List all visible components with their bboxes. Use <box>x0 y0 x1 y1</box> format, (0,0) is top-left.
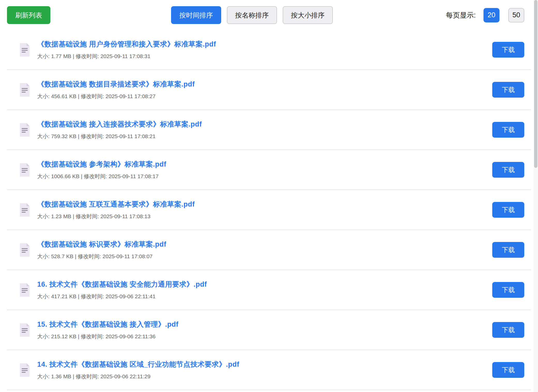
file-meta: 大小: 1.23 MB | 修改时间: 2025-09-11 17:08:13 <box>37 213 492 220</box>
page-size-label: 每页显示: <box>446 11 476 20</box>
file-name-link[interactable]: 15. 技术文件《数据基础设施 接入管理》.pdf <box>37 320 179 329</box>
download-button[interactable]: 下载 <box>492 42 524 58</box>
file-name-link[interactable]: 《数据基础设施 标识要求》标准草案.pdf <box>37 240 166 249</box>
scrollbar-thumb[interactable] <box>534 0 537 168</box>
file-info: 15. 技术文件《数据基础设施 接入管理》.pdf 大小: 215.12 KB … <box>37 320 492 340</box>
file-name-link[interactable]: 《数据基础设施 用户身份管理和接入要求》标准草案.pdf <box>37 40 216 49</box>
sort-button-group: 按时间排序 按名称排序 按大小排序 <box>171 6 333 24</box>
download-button[interactable]: 下载 <box>492 322 524 338</box>
file-row: 《数据基础设施 参考架构》标准草案.pdf 大小: 1006.66 KB | 修… <box>7 150 531 190</box>
file-info: 《数据基础设施 标识要求》标准草案.pdf 大小: 528.7 KB | 修改时… <box>37 240 492 260</box>
file-meta: 大小: 417.21 KB | 修改时间: 2025-09-06 22:11:4… <box>37 293 492 300</box>
document-icon <box>19 163 30 177</box>
document-icon <box>19 83 30 97</box>
file-name-link[interactable]: 《数据基础设施 互联互通基本要求》标准草案.pdf <box>37 200 195 209</box>
document-icon <box>19 203 30 217</box>
file-manager-page: 刷新列表 按时间排序 按名称排序 按大小排序 每页显示: 20 50 《数据基础… <box>0 0 538 392</box>
sort-by-name-button[interactable]: 按名称排序 <box>227 6 277 24</box>
file-info: 16. 技术文件《数据基础设施 安全能力通用要求》.pdf 大小: 417.21… <box>37 280 492 300</box>
file-name-link[interactable]: 14. 技术文件《数据基础设施 区域_行业功能节点技术要求》.pdf <box>37 360 239 369</box>
document-icon <box>19 363 30 377</box>
file-name-link[interactable]: 《数据基础设施 数据目录描述要求》标准草案.pdf <box>37 80 195 89</box>
page-size-50-button[interactable]: 50 <box>508 8 524 22</box>
file-row: 《数据基础设施 数据目录描述要求》标准草案.pdf 大小: 456.61 KB … <box>7 70 531 110</box>
file-meta: 大小: 1.77 MB | 修改时间: 2025-09-11 17:08:31 <box>37 53 492 60</box>
file-row: 16. 技术文件《数据基础设施 安全能力通用要求》.pdf 大小: 417.21… <box>7 270 531 310</box>
document-icon <box>19 283 30 297</box>
file-info: 14. 技术文件《数据基础设施 区域_行业功能节点技术要求》.pdf 大小: 1… <box>37 360 492 380</box>
download-button[interactable]: 下载 <box>492 242 524 258</box>
file-name-link[interactable]: 《数据基础设施 接入连接器技术要求》标准草案.pdf <box>37 120 202 129</box>
document-icon <box>19 243 30 257</box>
file-row: 《数据基础设施 用户身份管理和接入要求》标准草案.pdf 大小: 1.77 MB… <box>7 30 531 70</box>
page-size-20-button[interactable]: 20 <box>483 8 499 22</box>
download-button[interactable]: 下载 <box>492 202 524 218</box>
page-size-control: 每页显示: 20 50 <box>446 6 524 24</box>
file-meta: 大小: 1006.66 KB | 修改时间: 2025-09-11 17:08:… <box>37 173 492 180</box>
file-info: 《数据基础设施 互联互通基本要求》标准草案.pdf 大小: 1.23 MB | … <box>37 200 492 220</box>
file-row: 15. 技术文件《数据基础设施 接入管理》.pdf 大小: 215.12 KB … <box>7 310 531 350</box>
toolbar: 刷新列表 按时间排序 按名称排序 按大小排序 每页显示: 20 50 <box>0 0 538 30</box>
file-name-link[interactable]: 16. 技术文件《数据基础设施 安全能力通用要求》.pdf <box>37 280 207 289</box>
document-icon <box>19 43 30 57</box>
download-button[interactable]: 下载 <box>492 82 524 98</box>
file-row: 《数据基础设施 标识要求》标准草案.pdf 大小: 528.7 KB | 修改时… <box>7 230 531 270</box>
download-button[interactable]: 下载 <box>492 362 524 378</box>
refresh-list-button[interactable]: 刷新列表 <box>7 6 50 24</box>
download-button[interactable]: 下载 <box>492 162 524 178</box>
file-info: 《数据基础设施 数据目录描述要求》标准草案.pdf 大小: 456.61 KB … <box>37 80 492 100</box>
file-meta: 大小: 528.7 KB | 修改时间: 2025-09-11 17:08:07 <box>37 253 492 260</box>
file-info: 《数据基础设施 用户身份管理和接入要求》标准草案.pdf 大小: 1.77 MB… <box>37 40 492 60</box>
file-row: 14. 技术文件《数据基础设施 区域_行业功能节点技术要求》.pdf 大小: 1… <box>7 350 531 390</box>
file-list: 《数据基础设施 用户身份管理和接入要求》标准草案.pdf 大小: 1.77 MB… <box>7 30 531 390</box>
document-icon <box>19 123 30 137</box>
file-meta: 大小: 456.61 KB | 修改时间: 2025-09-11 17:08:2… <box>37 93 492 100</box>
document-icon <box>19 323 30 337</box>
download-button[interactable]: 下载 <box>492 282 524 298</box>
scrollbar[interactable] <box>534 0 538 392</box>
sort-by-time-button[interactable]: 按时间排序 <box>171 6 221 24</box>
sort-by-size-button[interactable]: 按大小排序 <box>283 6 333 24</box>
file-row: 《数据基础设施 接入连接器技术要求》标准草案.pdf 大小: 759.32 KB… <box>7 110 531 150</box>
file-meta: 大小: 215.12 KB | 修改时间: 2025-09-06 22:11:3… <box>37 333 492 340</box>
file-info: 《数据基础设施 参考架构》标准草案.pdf 大小: 1006.66 KB | 修… <box>37 160 492 180</box>
file-meta: 大小: 1.36 MB | 修改时间: 2025-09-06 22:11:29 <box>37 373 492 380</box>
file-name-link[interactable]: 《数据基础设施 参考架构》标准草案.pdf <box>37 160 166 169</box>
download-button[interactable]: 下载 <box>492 122 524 138</box>
file-row: 《数据基础设施 互联互通基本要求》标准草案.pdf 大小: 1.23 MB | … <box>7 190 531 230</box>
file-info: 《数据基础设施 接入连接器技术要求》标准草案.pdf 大小: 759.32 KB… <box>37 120 492 140</box>
file-meta: 大小: 759.32 KB | 修改时间: 2025-09-11 17:08:2… <box>37 133 492 140</box>
